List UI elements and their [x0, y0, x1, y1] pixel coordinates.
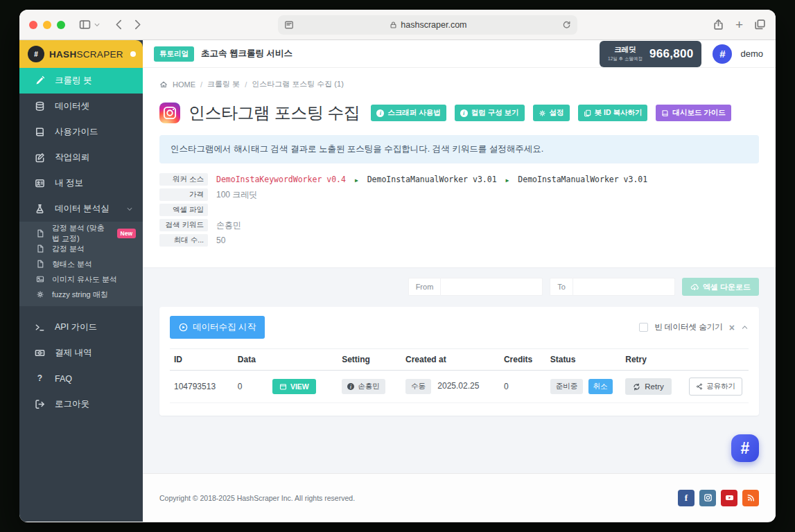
scraper-usage-button[interactable]: i 스크래퍼 사용법	[371, 105, 446, 121]
created-date: 2025.02.25	[437, 381, 479, 391]
table-row: 104793513 0 VIEW	[170, 371, 749, 403]
chat-widget-button[interactable]: #	[731, 434, 759, 462]
back-icon[interactable]	[113, 19, 125, 30]
col-setting: Setting	[338, 349, 401, 371]
excel-download-button[interactable]: 엑셀 다운로드	[682, 278, 759, 296]
user-avatar[interactable]: #	[713, 44, 732, 64]
col-created-at: Created at	[401, 349, 500, 371]
sidebar-item-crawling-bot[interactable]: 크롤링 봇	[19, 68, 143, 94]
hide-empty-checkbox[interactable]	[639, 323, 648, 332]
home-icon[interactable]	[159, 80, 168, 89]
status-ready-badge: 준비중	[550, 379, 584, 394]
share-icon	[696, 383, 703, 390]
sidebar-item-api-guide[interactable]: API 가이드	[19, 314, 143, 340]
minimize-window-button[interactable]	[43, 21, 51, 29]
setting-badge[interactable]: i 손흥민	[342, 379, 385, 394]
info-alert: 인스타그램에서 해시태그 검색 결과로 노출된 포스팅을 수집합니다. 검색 키…	[159, 135, 759, 163]
copy-bot-id-button[interactable]: 봇 ID 복사하기	[578, 105, 648, 121]
close-window-button[interactable]	[29, 21, 37, 29]
rss-icon[interactable]	[742, 490, 759, 506]
to-date-input[interactable]	[573, 278, 675, 296]
share-page-icon[interactable]	[713, 19, 724, 30]
forward-icon[interactable]	[132, 19, 143, 30]
cell-id: 104793513	[170, 371, 234, 403]
detail-worker-source: 워커 소스 DemoInstaKeywordWorker v0.4 ▶ Demo…	[159, 173, 759, 186]
sidebar-logo[interactable]: # HASHSCRAPER	[19, 40, 143, 68]
money-icon	[35, 348, 45, 358]
terminal-icon	[35, 322, 45, 332]
settings-button[interactable]: 설정	[533, 105, 570, 121]
close-icon[interactable]: ×	[729, 323, 735, 332]
col-share	[685, 349, 749, 371]
retry-button[interactable]: Retry	[625, 378, 671, 395]
sidebar-item-data-lab[interactable]: 데이터 분석실	[19, 196, 143, 222]
view-button[interactable]: VIEW	[272, 379, 316, 394]
credit-amount: 966,800	[649, 47, 694, 61]
manual-badge: 수동	[405, 379, 431, 394]
data-lab-submenu: 감정 분석 (맞춤법 교정) New 감정 분석 형태소 분석 이미지 유사도 …	[19, 222, 143, 306]
column-config-button[interactable]: i 컬럼 구성 보기	[455, 105, 525, 121]
cell-created-at: 수동 2025.02.25	[401, 371, 500, 403]
reload-icon[interactable]	[562, 20, 571, 29]
sidebar-item-payments[interactable]: 결제 내역	[19, 340, 143, 366]
from-label: From	[408, 278, 441, 296]
worker-source-link[interactable]: DemoInstaKeywordWorker v0.4	[216, 175, 346, 184]
breadcrumb-home[interactable]: HOME	[173, 80, 195, 89]
gear-icon	[539, 109, 546, 117]
address-bar[interactable]: hashscraper.com	[278, 15, 577, 35]
submenu-image-similarity[interactable]: 이미지 유사도 분석	[19, 272, 143, 287]
submenu-sentiment-spellcheck[interactable]: 감정 분석 (맞춤법 교정) New	[19, 226, 143, 241]
arrow-right-icon: ▶	[355, 177, 358, 184]
instagram-icon	[159, 103, 180, 123]
tutorial-badge[interactable]: 튜토리얼	[154, 46, 194, 62]
window-icon	[279, 383, 287, 391]
service-tagline: 초고속 웹크롤링 서비스	[201, 48, 593, 60]
submenu-sentiment[interactable]: 감정 분석	[19, 241, 143, 256]
username[interactable]: demo	[740, 48, 763, 59]
copy-icon	[584, 109, 591, 117]
youtube-icon[interactable]	[721, 490, 737, 506]
file-icon	[36, 229, 44, 238]
new-tab-icon[interactable]: +	[735, 18, 743, 31]
info-icon: i	[347, 383, 354, 390]
from-date-input[interactable]	[440, 278, 543, 296]
chevron-down-icon[interactable]	[94, 21, 101, 28]
cell-view: VIEW	[268, 371, 338, 403]
dashboard-guide-button[interactable]: 대시보드 가이드	[656, 105, 731, 121]
book-icon	[661, 109, 669, 117]
info-icon: i	[376, 109, 384, 117]
zoom-window-button[interactable]	[57, 21, 65, 29]
show-tabs-icon[interactable]	[754, 19, 766, 30]
breadcrumb-section[interactable]: 크롤링 봇	[207, 79, 240, 89]
app-header: 튜토리얼 초고속 웹크롤링 서비스 크레딧 12일 후 소멸예정 966,800…	[143, 40, 776, 68]
share-button[interactable]: 공유하기	[689, 378, 742, 396]
play-circle-icon	[179, 323, 188, 332]
table-header-row: ID Data Setting Created at Credits Statu…	[170, 349, 749, 371]
sidebar-item-dataset[interactable]: 데이터셋	[19, 94, 143, 119]
sidebar-item-work-request[interactable]: 작업의뢰	[19, 145, 143, 170]
cell-share: 공유하기	[685, 371, 749, 403]
sidebar-item-user-guide[interactable]: 사용가이드	[19, 119, 143, 145]
start-collection-button[interactable]: 데이터수집 시작	[170, 316, 265, 339]
credit-badge[interactable]: 크레딧 12일 후 소멸예정 966,800	[600, 41, 701, 67]
sidebar-item-logout[interactable]: 로그아웃	[19, 391, 143, 417]
col-view	[268, 349, 338, 371]
submenu-fuzzy-string[interactable]: fuzzy string 매칭	[19, 287, 143, 302]
to-group: To	[550, 278, 675, 296]
detail-keyword: 검색 키워드 손흥민	[159, 219, 759, 231]
sidebar-collapse-dot[interactable]	[130, 51, 136, 57]
detail-price: 가격 100 크레딧	[159, 188, 759, 201]
sidebar-item-faq[interactable]: ? FAQ	[19, 366, 143, 391]
facebook-icon[interactable]: f	[678, 490, 694, 506]
logo-wordmark: HASHSCRAPER	[49, 49, 125, 60]
status-cancel-badge[interactable]: 취소	[588, 379, 613, 394]
cell-setting: i 손흥민	[338, 371, 401, 403]
desktop-background: hashscraper.com + # HASHSCRAPER	[0, 0, 795, 532]
instagram-icon[interactable]	[699, 490, 716, 506]
reader-view-icon[interactable]	[284, 20, 294, 30]
submenu-morpheme[interactable]: 형태소 분석	[19, 256, 143, 272]
chevron-up-icon[interactable]	[741, 323, 749, 331]
sidebar-item-my-info[interactable]: 내 정보	[19, 170, 143, 196]
sidebar-toggle-icon[interactable]	[79, 19, 91, 30]
page-title-row: 인스타그램 포스팅 수집 i 스크래퍼 사용법 i 컬럼 구성 보기	[159, 102, 759, 124]
